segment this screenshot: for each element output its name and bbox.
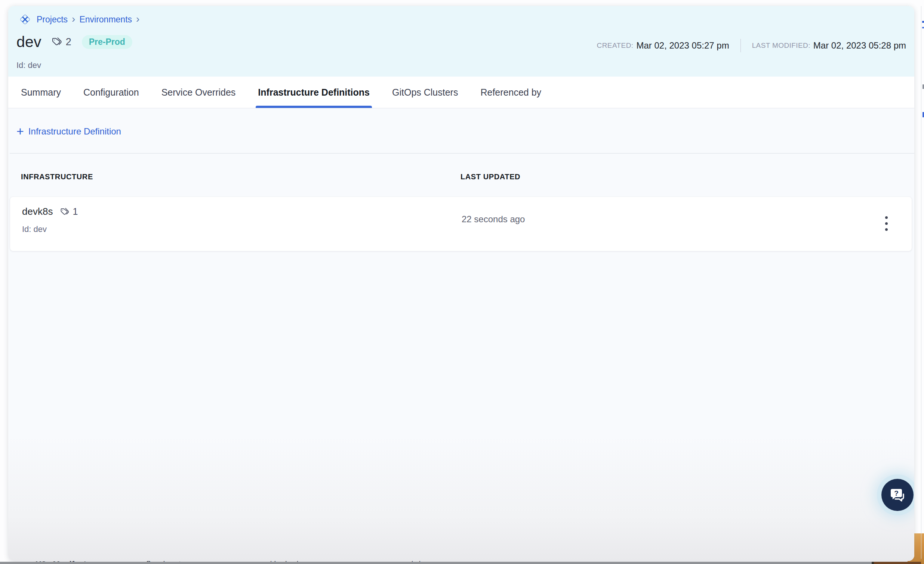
chat-question-icon: ? (888, 486, 906, 504)
background-window-edge (874, 562, 921, 564)
environment-title-row: dev 2 Pre-Prod (16, 32, 132, 52)
tag-count: 1 (72, 206, 78, 217)
tab-summary[interactable]: Summary (19, 76, 63, 108)
tab-referenced-by[interactable]: Referenced by (478, 76, 543, 108)
meta-divider (741, 39, 741, 52)
breadcrumb-link-projects[interactable]: Projects (37, 15, 68, 25)
page-title: dev (16, 33, 42, 51)
created-value: Mar 02, 2023 05:27 pm (636, 40, 729, 51)
add-infrastructure-definition-button[interactable]: + Infrastructure Definition (16, 126, 121, 137)
plus-icon: + (16, 127, 24, 136)
infrastructure-definitions-panel: + Infrastructure Definition INFRASTRUCTU… (8, 108, 914, 561)
env-type-badge: Pre-Prod (82, 35, 132, 49)
environment-id: Id: dev (16, 60, 41, 70)
tab-infrastructure-definitions[interactable]: Infrastructure Definitions (256, 76, 372, 108)
infrastructure-name-line: devk8s 1 (22, 206, 78, 217)
chevron-right-icon: › (71, 15, 75, 25)
environment-meta: CREATED: Mar 02, 2023 05:27 pm LAST MODI… (597, 39, 906, 52)
last-updated-value: 22 seconds ago (462, 214, 525, 224)
tab-service-overrides[interactable]: Service Overrides (159, 76, 238, 108)
background-window-right-sliver (921, 0, 924, 564)
project-logo-icon (19, 13, 32, 26)
help-chat-button[interactable]: ? (881, 479, 914, 511)
column-header-last-updated: LAST UPDATED (460, 172, 520, 181)
infrastructure-name: devk8s (22, 206, 53, 217)
tab-configuration[interactable]: Configuration (81, 76, 141, 108)
tags-counter: 2 (51, 36, 71, 48)
breadcrumb-link-environments[interactable]: Environments (79, 15, 132, 25)
tags-icon (60, 206, 70, 217)
background-window-edge (0, 562, 872, 564)
kebab-menu-icon (885, 216, 888, 219)
table-header: INFRASTRUCTURE LAST UPDATED (8, 172, 914, 184)
chevron-right-icon: › (136, 15, 140, 25)
tab-gitops-clusters[interactable]: GitOps Clusters (390, 76, 460, 108)
tags-icon (51, 36, 63, 48)
infrastructure-id: Id: dev (22, 224, 47, 234)
breadcrumb: Projects › Environments › (19, 12, 140, 27)
tags-counter: 1 (60, 206, 78, 217)
row-options-menu-button[interactable] (876, 211, 897, 236)
tag-count: 2 (66, 36, 71, 48)
divider (10, 153, 914, 154)
created-label: CREATED: (597, 42, 634, 50)
environment-tabbar: Summary Configuration Service Overrides … (8, 76, 914, 108)
svg-text:?: ? (894, 489, 898, 497)
environment-header: Projects › Environments › dev 2 Pre-Prod… (8, 6, 914, 76)
table-row[interactable]: devk8s 1 Id: dev 22 seconds ago (10, 197, 912, 251)
app-window: Projects › Environments › dev 2 Pre-Prod… (8, 6, 914, 561)
last-modified-value: Mar 02, 2023 05:28 pm (813, 40, 906, 51)
column-header-infrastructure: INFRASTRUCTURE (21, 172, 93, 181)
last-modified-label: LAST MODIFIED: (752, 42, 810, 50)
add-button-label: Infrastructure Definition (28, 126, 121, 137)
